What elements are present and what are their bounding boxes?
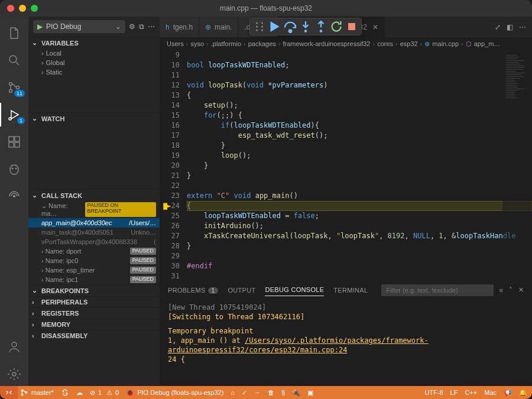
editor-tab[interactable]: ⊕main. [199, 17, 238, 37]
bell-icon[interactable]: 🔔 [519, 389, 527, 397]
remote-indicator[interactable] [0, 386, 18, 399]
platformio-icon[interactable] [0, 157, 28, 181]
panel: Problems1 Output Debug Console Terminal … [160, 281, 532, 386]
svg-rect-9 [348, 23, 355, 30]
scm-icon[interactable]: 11 [0, 76, 28, 99]
pio-test-icon[interactable]: § [281, 389, 285, 396]
panel-tab-debug-console[interactable]: Debug Console [265, 284, 324, 296]
close-tab-icon[interactable]: ✕ [371, 23, 378, 31]
scope-local[interactable]: ›Local [28, 48, 160, 58]
thread-row[interactable]: › Name: ipc0PAUSED [28, 256, 160, 265]
step-over-button[interactable] [283, 20, 297, 34]
variables-section-header[interactable]: ⌄Variables [28, 37, 160, 48]
close-panel-icon[interactable]: ✕ [518, 286, 524, 294]
minimize-window-button[interactable] [19, 5, 26, 12]
status-language[interactable]: C++ [465, 389, 477, 396]
svg-point-8 [320, 30, 323, 33]
pio-build-icon[interactable]: ✓ [242, 389, 247, 397]
remote-icon[interactable] [0, 184, 28, 208]
run-config-label: PIO Debug [46, 22, 112, 31]
memory-section-header[interactable]: ›Memory [28, 319, 160, 330]
status-os[interactable]: Mac [484, 389, 497, 396]
pio-upload-icon[interactable]: → [254, 389, 261, 396]
scope-global[interactable]: ›Global [28, 58, 160, 67]
thread-row[interactable]: › Name: ipc1PAUSED [28, 275, 160, 284]
extensions-icon[interactable] [0, 130, 28, 154]
title-bar[interactable]: main.cpp — floats-spu-esp32 [0, 0, 532, 17]
thread-row[interactable]: ⌄ Name: ma…PAUSED ON BREAKPOINT [28, 201, 160, 218]
pio-monitor-icon[interactable]: 🔌 [292, 389, 300, 397]
stop-button[interactable] [345, 20, 359, 34]
debug-toolbar[interactable] [249, 18, 362, 35]
cloud-icon[interactable]: ☁ [76, 389, 83, 397]
status-encoding[interactable]: UTF-8 [424, 389, 443, 396]
explorer-icon[interactable] [0, 21, 28, 45]
disassembly-section-header[interactable]: ›Disassembly [28, 330, 160, 341]
svg-point-14 [9, 118, 11, 120]
svg-point-10 [9, 56, 17, 63]
play-icon: ▶ [37, 22, 43, 31]
step-out-button[interactable] [314, 20, 328, 34]
more-icon[interactable]: ⋯ [148, 22, 155, 31]
stack-frame[interactable]: app_main@0x400d30ec/Users/… [28, 218, 160, 228]
git-branch[interactable]: master* [20, 388, 54, 397]
sync-icon[interactable] [61, 388, 69, 397]
drag-handle-icon[interactable] [252, 20, 267, 34]
pio-terminal-icon[interactable]: ▣ [307, 389, 313, 397]
more-icon[interactable]: ⋯ [519, 23, 526, 31]
thread-row[interactable]: › Name: esp_timerPAUSED [28, 265, 160, 275]
restart-button[interactable] [329, 20, 343, 34]
panel-tab-terminal[interactable]: Terminal [333, 284, 368, 296]
pio-home-icon[interactable]: ⌂ [231, 389, 235, 396]
breadcrumbs[interactable]: Users› syso› .platformio› packages› fram… [160, 37, 532, 50]
svg-point-20 [12, 168, 14, 170]
chevron-down-icon: ⌄ [115, 22, 121, 31]
close-window-button[interactable] [7, 5, 14, 12]
status-errors-warnings[interactable]: ⊘1 ⚠0 [90, 389, 119, 397]
minimap[interactable] [502, 50, 532, 281]
breakpoints-section-header[interactable]: ⌄Breakpoints [28, 285, 160, 296]
status-eol[interactable]: LF [450, 389, 458, 396]
scm-badge: 11 [14, 90, 25, 97]
compare-icon[interactable]: ⤢ [495, 23, 501, 31]
watch-section-header[interactable]: ⌄Watch [28, 113, 160, 124]
scope-static[interactable]: ›Static [28, 67, 160, 77]
search-icon[interactable] [0, 48, 28, 72]
svg-point-3 [261, 22, 263, 24]
peripherals-section-header[interactable]: ›Peripherals [28, 297, 160, 307]
debug-icon[interactable]: 1 [0, 103, 28, 126]
svg-point-2 [256, 30, 258, 31]
filter-icon[interactable]: ≡ [499, 287, 503, 294]
panel-tab-problems[interactable]: Problems1 [168, 284, 218, 296]
stack-frame[interactable]: main_task@0x400d5051Unkno… [28, 228, 160, 237]
pio-clean-icon[interactable]: 🗑 [268, 389, 274, 396]
panel-tab-output[interactable]: Output [228, 284, 255, 296]
run-config-selector[interactable]: ▶ PIO Debug ⌄ [33, 20, 125, 33]
svg-point-12 [9, 90, 12, 93]
status-bar: master* ☁ ⊘1 ⚠0 🐞 PIO Debug (floats-spu-… [0, 386, 532, 399]
svg-point-4 [261, 26, 263, 28]
svg-point-5 [261, 30, 263, 31]
svg-point-11 [9, 83, 12, 86]
registers-section-header[interactable]: ›Registers [28, 308, 160, 319]
status-debug-target[interactable]: 🐞 PIO Debug (floats-spu-esp32) [126, 389, 223, 397]
debug-console-icon[interactable]: ⧉ [139, 22, 144, 31]
editor-tab[interactable]: htgen.h [160, 17, 199, 37]
account-icon[interactable] [0, 335, 28, 359]
app-window: main.cpp — floats-spu-esp32 11 1 [0, 0, 532, 399]
gear-icon[interactable]: ⚙ [129, 22, 135, 31]
continue-button[interactable] [268, 20, 282, 34]
debug-console-output[interactable]: [New Thread 1075419024] [Switching to Th… [160, 299, 532, 386]
thread-row[interactable]: › Name: dportPAUSED [28, 246, 160, 256]
panel-filter-input[interactable] [381, 284, 494, 296]
settings-icon[interactable] [0, 362, 28, 386]
callstack-section-header[interactable]: ⌄Call Stack [28, 190, 160, 201]
svg-rect-16 [9, 142, 14, 147]
maximize-window-button[interactable] [31, 5, 38, 12]
feedback-icon[interactable]: 📢 [504, 389, 512, 397]
maximize-panel-icon[interactable]: ˄ [509, 286, 512, 294]
stack-frame[interactable]: vPortTaskWrapper@0x40088338( [28, 237, 160, 246]
split-editor-icon[interactable]: ◧ [507, 23, 513, 31]
code-editor[interactable]: 9101112131415161718192021222324252627282… [160, 50, 532, 281]
step-into-button[interactable] [299, 20, 313, 34]
